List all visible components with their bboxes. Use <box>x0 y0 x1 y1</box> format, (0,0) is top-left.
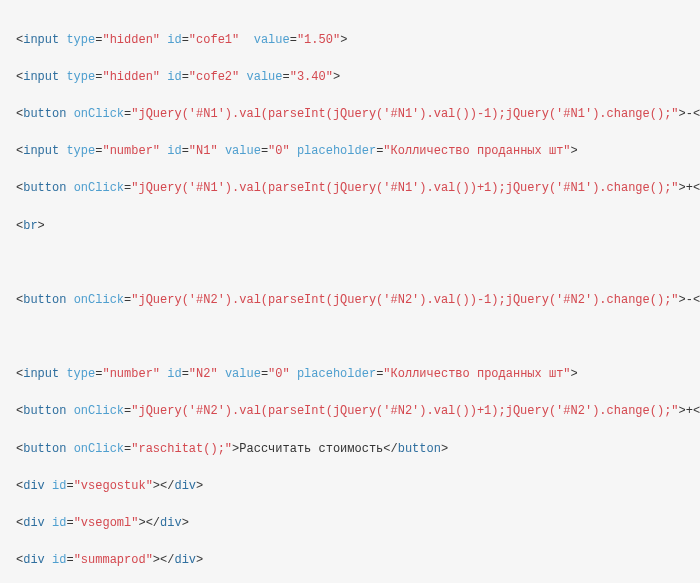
code-line <box>16 328 684 347</box>
code-line: <button onClick="raschitat();">Рассчитат… <box>16 440 684 459</box>
code-line: <div id="summaprod"></div> <box>16 551 684 570</box>
code-block-html: <input type="hidden" id="cofe1" value="1… <box>0 0 700 583</box>
code-line: <input type="hidden" id="cofe1" value="1… <box>16 31 684 50</box>
code-line: <div id="vsegostuk"></div> <box>16 477 684 496</box>
code-line: <div id="vsegoml"></div> <box>16 514 684 533</box>
code-line: <input type="number" id="N2" value="0" p… <box>16 365 684 384</box>
code-line: <button onClick="jQuery('#N1').val(parse… <box>16 179 684 198</box>
code-line: <br> <box>16 217 684 236</box>
code-line: <input type="hidden" id="cofe2" value="3… <box>16 68 684 87</box>
code-line: <button onClick="jQuery('#N2').val(parse… <box>16 291 684 310</box>
code-line: <button onClick="jQuery('#N1').val(parse… <box>16 105 684 124</box>
code-line: <input type="number" id="N1" value="0" p… <box>16 142 684 161</box>
code-line <box>16 254 684 273</box>
code-line: <button onClick="jQuery('#N2').val(parse… <box>16 402 684 421</box>
